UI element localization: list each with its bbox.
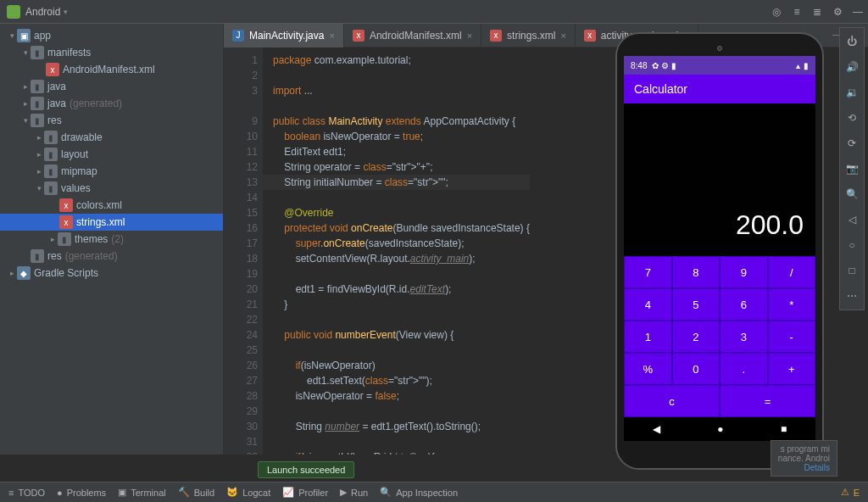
volume-down-icon[interactable]: 🔉 bbox=[843, 84, 860, 101]
key-0[interactable]: 0 bbox=[672, 353, 721, 385]
tree-mipmap[interactable]: ▸▮ mipmap bbox=[0, 163, 223, 180]
key-9[interactable]: 9 bbox=[720, 256, 768, 288]
tree-manifests[interactable]: ▾▮ manifests bbox=[0, 44, 223, 61]
home-icon[interactable]: ○ bbox=[843, 237, 860, 254]
details-link[interactable]: Details bbox=[804, 463, 830, 472]
tree-values[interactable]: ▾▮ values bbox=[0, 180, 223, 197]
battery-icon: ▮ bbox=[804, 61, 809, 70]
tree-app[interactable]: ▾▣ app bbox=[0, 27, 223, 44]
close-tab-icon[interactable]: × bbox=[467, 31, 472, 41]
xml-file-icon: x bbox=[59, 215, 73, 229]
emulator-toolbar: ⏻ 🔊 🔉 ⟲ ⟳ 📷 🔍 ◁ ○ □ ⋯ bbox=[839, 27, 865, 310]
tree-label: AndroidManifest.xml bbox=[63, 64, 155, 75]
key-=[interactable]: = bbox=[720, 385, 815, 417]
wifi-icon: ▴ bbox=[796, 61, 800, 70]
editor-tab[interactable]: xstrings.xml× bbox=[481, 24, 576, 47]
tree-res[interactable]: ▾▮ res bbox=[0, 112, 223, 129]
more-icon[interactable]: ⋯ bbox=[843, 287, 860, 304]
key-/[interactable]: / bbox=[768, 256, 816, 288]
tree-note: (2) bbox=[111, 233, 124, 245]
tree-label: manifests bbox=[47, 47, 91, 59]
overview-icon[interactable]: □ bbox=[843, 262, 860, 279]
zoom-icon[interactable]: 🔍 bbox=[843, 186, 860, 203]
project-tree[interactable]: ▾▣ app ▾▮ manifests x AndroidManifest.xm… bbox=[0, 24, 224, 455]
code-area[interactable]: package com.example.tutorial; import ...… bbox=[263, 47, 530, 455]
key-%[interactable]: % bbox=[624, 353, 672, 385]
bottom-terminal[interactable]: ▣Terminal bbox=[118, 487, 166, 498]
collapse-all-icon[interactable]: ≣ bbox=[808, 3, 826, 21]
tree-colors[interactable]: x colors.xml bbox=[0, 197, 223, 214]
bottom-build[interactable]: 🔨Build bbox=[178, 487, 214, 498]
folder-icon: ▮ bbox=[44, 165, 58, 178]
settings-gear-icon[interactable]: ⚙ bbox=[828, 3, 847, 21]
nav-recent-icon[interactable]: ■ bbox=[781, 423, 787, 435]
rotate-right-icon[interactable]: ⟳ bbox=[843, 135, 860, 152]
bottom-logcat[interactable]: 🐱Logcat bbox=[226, 487, 270, 498]
key--[interactable]: - bbox=[768, 321, 816, 353]
expand-all-icon[interactable]: ≡ bbox=[787, 3, 806, 21]
key-.[interactable]: . bbox=[720, 353, 768, 385]
key-5[interactable]: 5 bbox=[672, 288, 721, 321]
power-icon[interactable]: ⏻ bbox=[843, 33, 860, 50]
tree-manifest-file[interactable]: x AndroidManifest.xml bbox=[0, 61, 223, 78]
folder-icon: ▮ bbox=[44, 148, 58, 161]
tree-label: layout bbox=[61, 148, 88, 160]
key-c[interactable]: c bbox=[624, 385, 720, 417]
folder-icon: ▮ bbox=[58, 232, 71, 246]
notification-peek[interactable]: s program mi nance. Androi Details bbox=[771, 440, 837, 477]
keypad: 789/456*123-%0.+c= bbox=[624, 256, 815, 417]
key-4[interactable]: 4 bbox=[624, 288, 672, 321]
folder-icon: ▮ bbox=[31, 114, 44, 127]
rotate-left-icon[interactable]: ⟲ bbox=[843, 109, 860, 126]
volume-up-icon[interactable]: 🔊 bbox=[843, 59, 860, 75]
key-+[interactable]: + bbox=[768, 353, 816, 385]
key-3[interactable]: 3 bbox=[720, 321, 768, 353]
nav-home-icon[interactable]: ● bbox=[717, 423, 723, 435]
screenshot-icon[interactable]: 📷 bbox=[843, 160, 860, 177]
key-6[interactable]: 6 bbox=[720, 288, 768, 321]
key-1[interactable]: 1 bbox=[624, 321, 672, 353]
app-bar: Calculator bbox=[624, 75, 815, 103]
module-icon: ▣ bbox=[17, 29, 31, 42]
tree-java[interactable]: ▸▮ java bbox=[0, 78, 223, 95]
key-2[interactable]: 2 bbox=[672, 321, 721, 353]
bottom-run[interactable]: ▶Run bbox=[340, 487, 368, 498]
bottom-profiler[interactable]: 📈Profiler bbox=[282, 487, 328, 498]
gutter: 1239101112💡13141516171819202122242526272… bbox=[224, 47, 263, 455]
key-7[interactable]: 7 bbox=[624, 256, 672, 288]
tree-label: colors.xml bbox=[76, 199, 122, 211]
bottom-todo[interactable]: ≡TODO bbox=[8, 488, 45, 498]
bottom-problems[interactable]: ●Problems bbox=[57, 488, 106, 498]
nav-back-icon[interactable]: ◀ bbox=[653, 423, 660, 435]
tree-label: strings.xml bbox=[76, 216, 125, 228]
tree-java-gen[interactable]: ▸▮ java (generated) bbox=[0, 95, 223, 112]
key-8[interactable]: 8 bbox=[672, 256, 721, 288]
close-tab-icon[interactable]: × bbox=[560, 31, 565, 41]
close-tab-icon[interactable]: × bbox=[329, 31, 334, 41]
project-view-dropdown[interactable]: Android bbox=[25, 6, 68, 18]
tree-label: mipmap bbox=[61, 165, 97, 177]
tree-label: app bbox=[34, 30, 51, 42]
event-log-indicator[interactable]: ⚠ E bbox=[841, 487, 860, 498]
tree-layout[interactable]: ▸▮ layout bbox=[0, 146, 223, 163]
tree-note: (generated) bbox=[65, 250, 118, 262]
folder-icon: ▮ bbox=[31, 97, 44, 110]
emulator-screen[interactable]: 8:48 ✿ ⚙ ▮ ▴▮ Calculator 200.0 789/456*1… bbox=[624, 56, 815, 441]
tree-label: res bbox=[47, 250, 62, 262]
navigate-target-icon[interactable]: ◎ bbox=[767, 3, 786, 21]
folder-icon: ▮ bbox=[44, 131, 58, 144]
xml-file-icon: x bbox=[584, 30, 596, 42]
editor-tab[interactable]: xAndroidManifest.xml× bbox=[344, 24, 481, 47]
back-icon[interactable]: ◁ bbox=[843, 211, 860, 228]
editor-tab[interactable]: JMainActivity.java× bbox=[224, 24, 344, 47]
android-nav-bar[interactable]: ◀ ● ■ bbox=[624, 417, 815, 441]
tree-themes[interactable]: ▸▮ themes (2) bbox=[0, 231, 223, 248]
tree-label: java bbox=[47, 81, 66, 92]
tree-strings[interactable]: x strings.xml bbox=[0, 214, 223, 231]
key-*[interactable]: * bbox=[768, 288, 816, 321]
tree-res-gen[interactable]: ▮ res (generated) bbox=[0, 248, 223, 265]
tree-gradle[interactable]: ▸◆ Gradle Scripts bbox=[0, 265, 223, 282]
bottom-app inspection[interactable]: 🔍App Inspection bbox=[380, 487, 458, 498]
tree-drawable[interactable]: ▸▮ drawable bbox=[0, 129, 223, 146]
minimize-panel-icon[interactable]: — bbox=[849, 3, 867, 21]
